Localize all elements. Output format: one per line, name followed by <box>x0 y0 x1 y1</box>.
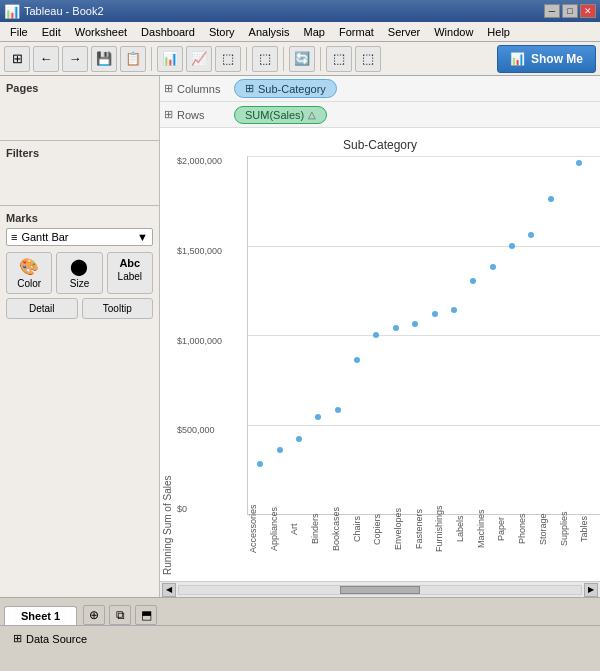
detail-label: Detail <box>29 303 55 314</box>
dot-4 <box>335 407 341 413</box>
title-bar: 📊 Tableau - Book2 ─ □ ✕ <box>0 0 600 22</box>
dot-11 <box>470 278 476 284</box>
toolbar-new[interactable]: ⊞ <box>4 46 30 72</box>
x-label-5: Chairs <box>352 484 373 574</box>
data-source-label: Data Source <box>26 633 87 645</box>
dot-6 <box>373 332 379 338</box>
pages-section: Pages <box>0 76 159 141</box>
dot-15 <box>548 196 554 202</box>
size-label: Size <box>70 278 89 289</box>
y-tick-label-0: $0 <box>177 504 187 514</box>
scroll-track[interactable] <box>178 585 582 595</box>
rows-grid-icon: ⊞ <box>164 108 173 121</box>
window-title: Tableau - Book2 <box>24 5 104 17</box>
new-sheet-button[interactable]: ⊕ <box>83 605 105 625</box>
pages-content <box>6 98 153 134</box>
menu-server[interactable]: Server <box>382 25 426 39</box>
show-me-label: Show Me <box>531 52 583 66</box>
maximize-button[interactable]: □ <box>562 4 578 18</box>
status-bar: ⊞ Data Source <box>0 625 600 651</box>
dropdown-arrow-icon: ▼ <box>137 231 148 243</box>
size-button[interactable]: ⬤ Size <box>56 252 102 294</box>
toolbar-format2[interactable]: ⬚ <box>355 46 381 72</box>
title-bar-left: 📊 Tableau - Book2 <box>4 4 104 19</box>
toolbar-format1[interactable]: ⬚ <box>326 46 352 72</box>
scroll-left-button[interactable]: ◀ <box>162 583 176 597</box>
menu-analysis[interactable]: Analysis <box>243 25 296 39</box>
sum-sales-pill[interactable]: SUM(Sales) △ <box>234 106 327 124</box>
dot-8 <box>412 321 418 327</box>
dot-3 <box>315 414 321 420</box>
toolbar-forward[interactable]: → <box>62 46 88 72</box>
show-me-button[interactable]: 📊 Show Me <box>497 45 596 73</box>
menu-format[interactable]: Format <box>333 25 380 39</box>
toolbar-chart1[interactable]: 📊 <box>157 46 183 72</box>
size-icon: ⬤ <box>70 257 88 276</box>
close-button[interactable]: ✕ <box>580 4 596 18</box>
duplicate-sheet-button[interactable]: ⧉ <box>109 605 131 625</box>
scroll-right-button[interactable]: ▶ <box>584 583 598 597</box>
scrollbar[interactable]: ◀ ▶ <box>160 581 600 597</box>
dot-10 <box>451 307 457 313</box>
chart-container: Sub-Category Running Sum of Sales $2,000… <box>160 128 600 581</box>
color-icon: 🎨 <box>19 257 39 276</box>
filters-section: Filters <box>0 141 159 206</box>
minimize-button[interactable]: ─ <box>544 4 560 18</box>
menu-worksheet[interactable]: Worksheet <box>69 25 133 39</box>
dot-5 <box>354 357 360 363</box>
label-button[interactable]: Abc Label <box>107 252 153 294</box>
toolbar-back[interactable]: ← <box>33 46 59 72</box>
menu-window[interactable]: Window <box>428 25 479 39</box>
menu-story[interactable]: Story <box>203 25 241 39</box>
title-bar-controls[interactable]: ─ □ ✕ <box>544 4 596 18</box>
dot-13 <box>509 243 515 249</box>
toolbar-sep2 <box>246 47 247 71</box>
marks-section: Marks ≡ Gantt Bar ▼ 🎨 Color ⬤ Size Abc L… <box>0 206 159 325</box>
toolbar-chart2[interactable]: 📈 <box>186 46 212 72</box>
move-sheet-button[interactable]: ⬒ <box>135 605 157 625</box>
data-source-button[interactable]: ⊞ Data Source <box>6 629 94 648</box>
marks-title: Marks <box>6 212 153 224</box>
toolbar: ⊞ ← → 💾 📋 📊 📈 ⬚ ⬚ 🔄 ⬚ ⬚ 📊 Show Me <box>0 42 600 76</box>
rows-label: ⊞ Rows <box>164 108 234 121</box>
x-label-4: Bookcases <box>331 484 352 574</box>
menu-edit[interactable]: Edit <box>36 25 67 39</box>
toolbar-chart3[interactable]: ⬚ <box>215 46 241 72</box>
menu-map[interactable]: Map <box>298 25 331 39</box>
columns-grid-icon: ⊞ <box>164 82 173 95</box>
detail-button[interactable]: Detail <box>6 298 78 319</box>
main-layout: Pages Filters Marks ≡ Gantt Bar ▼ 🎨 Colo… <box>0 76 600 597</box>
dot-12 <box>490 264 496 270</box>
toolbar-sep3 <box>283 47 284 71</box>
scroll-thumb[interactable] <box>340 586 420 594</box>
toolbar-btn1[interactable]: ⬚ <box>252 46 278 72</box>
tooltip-button[interactable]: Tooltip <box>82 298 154 319</box>
toolbar-duplicate[interactable]: 📋 <box>120 46 146 72</box>
pages-title: Pages <box>6 82 153 94</box>
x-label-13: Phones <box>517 484 538 574</box>
columns-shelf: ⊞ Columns ⊞ Sub-Category <box>160 76 600 102</box>
dot-16 <box>576 160 582 166</box>
y-tick-label-500k: $500,000 <box>177 425 215 435</box>
toolbar-save[interactable]: 💾 <box>91 46 117 72</box>
marks-type-dropdown[interactable]: ≡ Gantt Bar ▼ <box>6 228 153 246</box>
label-label: Label <box>118 271 142 282</box>
toolbar-sep4 <box>320 47 321 71</box>
x-label-1: Appliances <box>269 484 290 574</box>
x-label-7: Envelopes <box>393 484 414 574</box>
sub-category-pill[interactable]: ⊞ Sub-Category <box>234 79 337 98</box>
x-label-15: Supplies <box>559 484 580 574</box>
sheet1-tab[interactable]: Sheet 1 <box>4 606 77 625</box>
menu-help[interactable]: Help <box>481 25 516 39</box>
menu-file[interactable]: File <box>4 25 34 39</box>
x-label-9: Furnishings <box>434 484 455 574</box>
x-label-11: Machines <box>476 484 497 574</box>
menu-dashboard[interactable]: Dashboard <box>135 25 201 39</box>
toolbar-refresh[interactable]: 🔄 <box>289 46 315 72</box>
color-button[interactable]: 🎨 Color <box>6 252 52 294</box>
tooltip-label: Tooltip <box>103 303 132 314</box>
dot-14 <box>528 232 534 238</box>
filters-content <box>6 163 153 199</box>
gridline-top <box>248 156 600 157</box>
marks-type-icon: ≡ <box>11 231 17 243</box>
